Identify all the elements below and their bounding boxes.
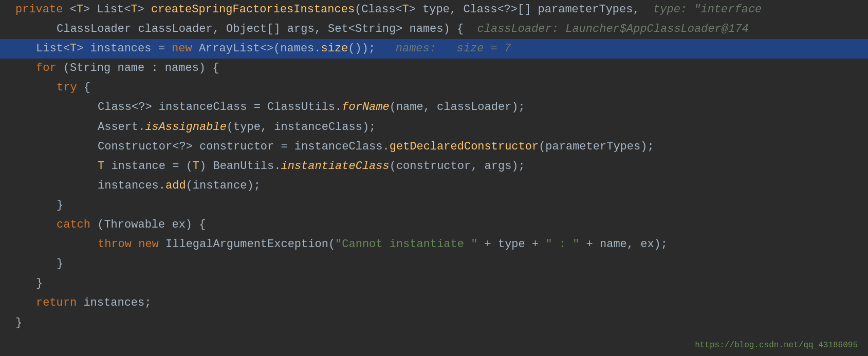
try-close-brace: }: [57, 197, 63, 214]
code-line-5: try {: [0, 78, 868, 98]
arraylist: ArrayList<>(names.: [199, 40, 321, 58]
code-line-4: for (String name : names) {: [0, 59, 868, 78]
url-text: https://blog.csdn.net/qq_43186095: [695, 341, 858, 350]
keyword-new2: new: [138, 236, 165, 253]
type-t: T: [98, 158, 104, 175]
code-line-7: Assert.isAssignable(type, instanceClass)…: [0, 118, 868, 137]
for-content: (String name : names) {: [63, 60, 219, 77]
code-line-2: ClassLoader classLoader, Object[] args, …: [0, 20, 868, 39]
instance-decl: instance = (: [104, 158, 193, 175]
try-brace: {: [84, 79, 90, 97]
for-close-brace: }: [36, 275, 43, 292]
generic-t: T: [77, 1, 83, 18]
bottom-url: https://blog.csdn.net/qq_43186095: [695, 339, 858, 352]
method-add: add: [165, 177, 186, 195]
method-size: size: [321, 40, 348, 58]
string-colon: " : ": [545, 236, 579, 253]
instances-add: instances.: [98, 177, 165, 195]
inline-comment-1: type: "interface: [640, 1, 762, 18]
code-line-15: }: [0, 274, 868, 293]
list-type-close: > instances =: [77, 40, 172, 58]
isassignable-params: (type, instanceClass);: [227, 119, 376, 136]
generic-t4: T: [70, 40, 77, 58]
cast-close: ) BeanUtils.: [199, 158, 281, 175]
method-isassignable: isAssignable: [145, 119, 226, 136]
code-line-6: Class<?> instanceClass = ClassUtils.forN…: [0, 98, 868, 117]
add-params: (instance);: [186, 177, 261, 195]
code-line-3: List<T> instances = new ArrayList<>(name…: [0, 39, 868, 59]
code-line-8: Constructor<?> constructor = instanceCla…: [0, 137, 868, 157]
catch-params: (Throwable ex) {: [97, 216, 206, 234]
code-line-14: }: [0, 254, 868, 274]
method-name: createSpringFactoriesInstances: [151, 1, 355, 18]
code-line-9: T instance = (T) BeanUtils.instantiateCl…: [0, 157, 868, 176]
concat2: + name, ex);: [579, 236, 668, 253]
code-line-11: }: [0, 196, 868, 215]
method-close-brace: }: [15, 314, 22, 332]
list-type: List<: [36, 40, 70, 58]
method-instantiateclass: instantiateClass: [281, 158, 389, 175]
catch-close-brace: }: [57, 255, 63, 273]
forname-params: (name, classLoader);: [390, 99, 525, 116]
keyword-return: return: [36, 294, 83, 312]
keyword-try: try: [57, 79, 84, 97]
code-line-13: throw new IllegalArgumentException("Cann…: [0, 235, 868, 254]
return-instances: instances;: [83, 294, 151, 312]
type-t2: T: [193, 158, 199, 175]
code-editor: private <T> List<T> createSpringFactorie…: [0, 0, 868, 356]
keyword-catch: catch: [57, 216, 97, 234]
return-type-close: >: [138, 1, 151, 18]
illegal-arg: IllegalArgumentException(: [165, 236, 335, 253]
code-line-10: instances.add(instance);: [0, 176, 868, 196]
method-getdeclaredconstructor: getDeclaredConstructor: [390, 138, 539, 156]
instantiate-params: (constructor, args);: [390, 158, 525, 175]
keyword-throw: throw: [98, 236, 138, 253]
params-open: (Class<: [355, 1, 402, 18]
generic-t2: T: [131, 1, 137, 18]
class-decl: Class<?> instanceClass = ClassUtils.: [98, 99, 342, 116]
size-close: ());: [348, 40, 375, 58]
code-line-1: private <T> List<T> createSpringFactorie…: [0, 0, 868, 20]
keyword-private: private: [15, 1, 70, 18]
code-line-17: }: [0, 313, 868, 333]
string-cannot: "Cannot instantiate ": [335, 236, 477, 253]
inline-comment-2: classLoader: Launcher$AppClassLoader@174: [477, 21, 749, 38]
keyword-for: for: [36, 60, 63, 77]
code-line-16: return instances;: [0, 293, 868, 313]
code-line-12: catch (Throwable ex) {: [0, 215, 868, 235]
generic-bracket-close: >: [83, 1, 97, 18]
concat1: + type +: [477, 236, 545, 253]
line2-content: ClassLoader classLoader, Object[] args, …: [57, 21, 477, 38]
generic-bracket: <: [70, 1, 77, 18]
params-cont: > type, Class<?>[] parameterTypes,: [409, 1, 640, 18]
assert-call: Assert.: [98, 119, 145, 136]
inline-comment-3: names: size = 7: [375, 40, 511, 58]
getdeclared-params: (parameterTypes);: [539, 138, 654, 156]
method-forname: forName: [342, 99, 389, 116]
constructor-decl: Constructor<?> constructor = instanceCla…: [98, 138, 390, 156]
keyword-new: new: [172, 40, 199, 58]
generic-t3: T: [402, 1, 409, 18]
return-type-list: List<: [97, 1, 131, 18]
